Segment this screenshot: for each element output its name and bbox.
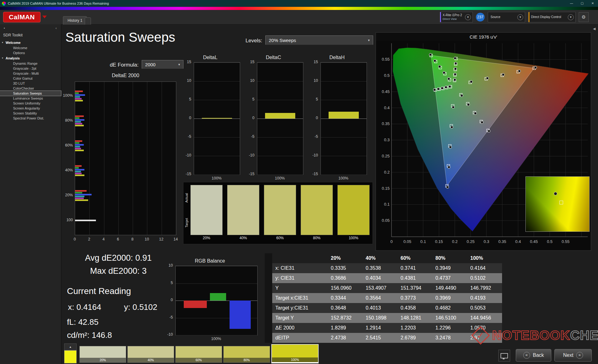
bottom-swatch-60[interactable]: 60% <box>175 346 222 363</box>
levels-dropdown[interactable]: 20% Sweeps▾ <box>265 35 373 45</box>
logo-dropdown-caret-icon[interactable] <box>42 16 47 18</box>
back-button[interactable]: « Back <box>516 349 551 362</box>
sidebar-item-colorchecker[interactable]: ColorChecker <box>0 86 61 91</box>
table-cell: 3.2478 <box>432 333 467 343</box>
source-dropdown[interactable]: Source ▾ <box>488 12 525 22</box>
sidebar-item-color-gamut[interactable]: Color Gamut <box>0 76 61 81</box>
axis-tick: 4 <box>102 237 105 241</box>
axis-tick: 5 <box>307 97 318 101</box>
table-cell <box>265 283 272 293</box>
de-bar <box>75 190 87 192</box>
current-patch-swatch[interactable] <box>64 350 77 363</box>
collapse-panel-button[interactable]: ◀ <box>592 27 597 31</box>
current-reading-label: Current Reading <box>67 286 131 296</box>
sidebar-item-screen-uniformity[interactable]: Screen Uniformity <box>0 101 61 106</box>
axis-tick: 15 <box>244 60 254 64</box>
sidebar-item-dynamic-range[interactable]: Dynamic Range <box>0 61 61 66</box>
pin-button[interactable]: • <box>2 26 7 30</box>
maximize-button[interactable]: ▢ <box>577 0 587 7</box>
chart-bar <box>265 113 295 119</box>
table-cell: 0.4381 <box>397 273 432 283</box>
de-formula-dropdown[interactable]: 2000▾ <box>142 60 183 69</box>
table-cell: 146.7992 <box>467 283 502 293</box>
table-cell: 0.4013 <box>363 303 397 313</box>
expand-up-button[interactable]: ▲ <box>64 343 77 350</box>
gamut-preview-inset[interactable] <box>525 176 590 232</box>
inset-target-point <box>559 201 563 204</box>
notebookcheck-logo-icon: ✓ <box>471 326 490 344</box>
target-label: Target <box>185 213 188 232</box>
sidebar-item-grayscale-2pt[interactable]: Grayscale - 2pt <box>0 66 61 71</box>
actual-label: Actual <box>185 189 188 207</box>
sidebar-item-screen-angularity[interactable]: Screen Angularity <box>0 106 61 111</box>
inset-measured-point <box>554 192 557 195</box>
sidebar-item-saturation-sweeps[interactable]: Saturation Sweeps <box>0 91 61 96</box>
table-row-label: Target Y <box>272 313 328 323</box>
axis-tick: -5 <box>163 315 173 320</box>
display-button[interactable] <box>498 350 510 362</box>
bottom-swatch-40[interactable]: 40% <box>127 346 174 363</box>
table-cell: 0.4682 <box>432 303 467 313</box>
sidebar-item-spectral-power-dist[interactable]: Spectral Power Dist. <box>0 116 61 121</box>
reading-fl: fL: 42.85 <box>67 317 98 327</box>
calman-logo[interactable]: CalMAN <box>3 12 40 22</box>
watermark-text-2: CHECK <box>570 328 598 343</box>
cie-measured-point <box>441 87 444 89</box>
cie-measured-point <box>451 126 453 128</box>
table-cell <box>265 273 272 283</box>
tree-expand-icon[interactable]: ▾ <box>2 57 3 59</box>
cie-measured-point <box>461 94 463 97</box>
next-button[interactable]: Next » <box>554 349 592 362</box>
sidebar-section-welcome[interactable]: ▾Welcome <box>0 40 61 45</box>
cie-measured-point <box>454 57 456 59</box>
bottom-swatch-100[interactable]: 100% <box>271 344 319 363</box>
bottom-swatch-20[interactable]: 20% <box>79 346 126 363</box>
de-bar <box>75 146 80 147</box>
chart-bar <box>329 112 359 119</box>
tab-history-1[interactable]: History 1 <box>63 16 87 25</box>
meter-dropdown[interactable]: X-Rite i1Pro 2Direct View ▾ <box>440 12 473 22</box>
sidebar-item-options[interactable]: Options <box>0 50 61 55</box>
table-cell <box>265 313 272 323</box>
sidebar-item-luminance-sweeps[interactable]: Luminance Sweeps <box>0 96 61 101</box>
tab-stub[interactable] <box>85 17 91 25</box>
toolkit-title: SDR Toolkit <box>3 33 22 37</box>
collapse-sidebar-button[interactable]: ‹ <box>54 26 59 30</box>
cie-measured-point <box>534 66 537 69</box>
chevron-down-icon: ▾ <box>178 63 180 67</box>
table-cell: 153.4907 <box>363 283 397 293</box>
cie-measured-point <box>452 106 454 109</box>
table-cell: 2.4738 <box>328 333 363 343</box>
axis-tick: -10 <box>163 332 173 337</box>
sidebar-item-3d-lut[interactable]: 3D LUT <box>0 81 61 86</box>
de-bar <box>75 196 84 197</box>
de-bar <box>75 220 96 221</box>
bottom-swatch-80[interactable]: 80% <box>223 346 270 363</box>
table-cell: 151.3794 <box>397 283 432 293</box>
chevron-down-icon: ▾ <box>368 38 370 42</box>
workflow-tree: ▾WelcomeWelcomeOptions▾AnalysisDynamic R… <box>0 40 61 121</box>
table-cell: 148.1281 <box>397 313 432 323</box>
axis-tick: 0 <box>244 116 254 120</box>
table-cell: 1.8289 <box>328 323 363 333</box>
patch-count-badge[interactable]: 237 <box>476 13 485 21</box>
axis-tick: 10 <box>145 237 149 241</box>
table-cell: 2.6789 <box>397 333 432 343</box>
sidebar-item-welcome[interactable]: Welcome <box>0 45 61 50</box>
sidebar-item-screen-stability[interactable]: Screen Stability <box>0 111 61 116</box>
sidebar-item-grayscale-multi[interactable]: Grayscale - Multi <box>0 71 61 76</box>
table-cell: 0.5053 <box>467 303 502 313</box>
de-bar <box>75 194 92 195</box>
table-cell: 0.3564 <box>363 293 397 303</box>
axis-tick: 0.5 <box>384 73 390 78</box>
close-button[interactable]: ✕ <box>587 0 598 7</box>
axis-tick: 0.45 <box>382 89 390 94</box>
display-control-dropdown[interactable]: Direct Display Control ▾ <box>528 12 576 22</box>
window-title: CalMAN 2019 CalMAN Ultimate for Business… <box>8 2 566 5</box>
minimize-button[interactable]: — <box>566 0 577 7</box>
tree-expand-icon[interactable]: ▾ <box>2 41 3 44</box>
sidebar-section-analysis[interactable]: ▾Analysis <box>0 55 61 61</box>
table-cell: 149.4490 <box>432 283 467 293</box>
de-bar <box>75 115 84 117</box>
settings-button[interactable]: ⚙ <box>579 12 589 22</box>
